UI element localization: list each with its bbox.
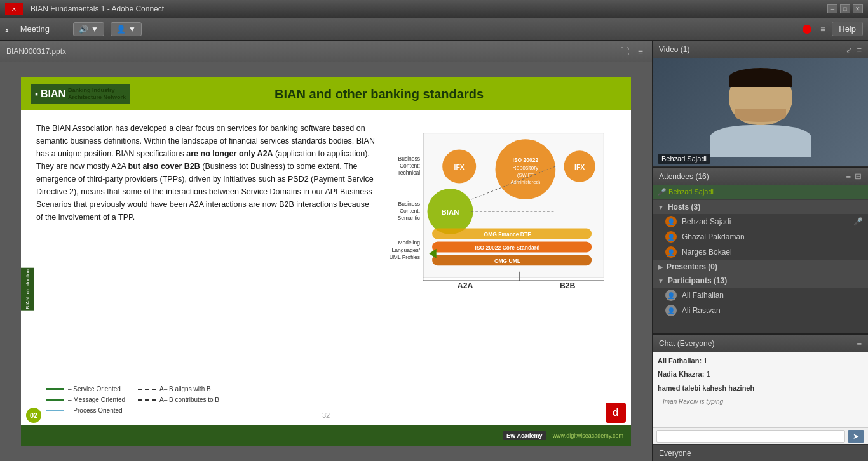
chat-messages: Ali Fathalian: 1 Nadia Khazra: 1 hamed t… bbox=[653, 352, 868, 427]
audio-dropdown-icon[interactable]: ▼ bbox=[91, 25, 98, 34]
adobe-icon: A bbox=[5, 23, 9, 35]
svg-text:ISO 20022 Core Standard: ISO 20022 Core Standard bbox=[475, 244, 540, 251]
side-panel: Video (1) ⤢ ≡ bbox=[652, 41, 868, 461]
video-menu-icon[interactable]: ≡ bbox=[857, 45, 862, 55]
share-dropdown-icon[interactable]: ▼ bbox=[128, 25, 136, 34]
legend-process: – Process Oriented bbox=[46, 407, 125, 414]
legend-left: – Service Oriented – Message Oriented – … bbox=[46, 385, 125, 414]
attendee-name: Ghazal Pakdaman bbox=[682, 232, 863, 241]
legend-right: A– B aligns with B A– B contributes to B bbox=[138, 385, 219, 414]
svg-text:BIAN: BIAN bbox=[442, 208, 459, 216]
chat-section: Chat (Everyone) ≡ Ali Fathalian: 1 Nadia… bbox=[653, 334, 868, 461]
body-bold-1: are no longer only A2A bbox=[186, 149, 273, 158]
video-frame: Behzad Sajadi bbox=[653, 58, 868, 166]
presentation-area: BIAN000317.pptx ⛶ ≡ ▪ BIAN Banking Indus… bbox=[0, 41, 652, 461]
adobe-logo-icon: A bbox=[5, 3, 23, 15]
person-icon: 👤 bbox=[116, 25, 126, 34]
menu-bar: A Meeting 🔊 ▼ 👤 ▼ ≡ Help bbox=[0, 18, 868, 41]
meeting-menu[interactable]: Meeting bbox=[15, 22, 55, 36]
legend-message-text: – Message Oriented bbox=[68, 396, 125, 403]
page-number: 32 bbox=[322, 411, 330, 419]
fullscreen-icon[interactable]: ⛶ bbox=[618, 45, 632, 58]
mic-active-icon: 🎤 bbox=[658, 188, 667, 196]
audio-button[interactable]: 🔊 ▼ bbox=[73, 22, 104, 36]
presenters-group-header[interactable]: ▶ Presenters (0) bbox=[653, 260, 868, 274]
share-button[interactable]: 👤 ▼ bbox=[111, 22, 142, 36]
attendees-toolbar: Attendees (16) ≡ ⊞ bbox=[653, 168, 868, 185]
legend-aligns-text: A– B aligns with B bbox=[159, 385, 211, 392]
svg-text:Business: Business bbox=[398, 156, 421, 162]
svg-text:OMG UML: OMG UML bbox=[494, 258, 520, 264]
svg-text:Technical: Technical bbox=[398, 170, 421, 176]
legend-process-text: – Process Oriented bbox=[68, 407, 123, 414]
hosts-group-label: Hosts (3) bbox=[668, 203, 700, 211]
svg-text:(SWIFT: (SWIFT bbox=[517, 172, 534, 178]
attendees-title: Attendees (16) bbox=[659, 172, 842, 181]
attendee-name: Ali Rastvan bbox=[682, 306, 863, 315]
filename-label: BIAN000317.pptx bbox=[6, 47, 613, 56]
chat-sender-3: hamed talebi kahesh hazineh bbox=[658, 384, 754, 392]
svg-text:A2A: A2A bbox=[458, 281, 473, 290]
speaker-icon: 🔊 bbox=[79, 25, 88, 34]
legend-message: – Message Oriented bbox=[46, 396, 125, 403]
slide-diagram: A2A B2B Business Content: Technical bbox=[387, 122, 616, 325]
legend-aligns: A– B aligns with B bbox=[138, 385, 219, 392]
attendees-list-icon[interactable]: ≡ bbox=[846, 171, 851, 181]
minimize-button[interactable]: ─ bbox=[827, 4, 837, 13]
chat-message-2: Nadia Khazra: 1 bbox=[658, 370, 863, 379]
maximize-button[interactable]: □ bbox=[840, 4, 850, 13]
window-controls[interactable]: ─ □ ✕ bbox=[827, 4, 863, 13]
legend-contributes-text: A– B contributes to B bbox=[159, 396, 219, 403]
help-button[interactable]: Help bbox=[832, 22, 863, 36]
main-content: BIAN000317.pptx ⛶ ≡ ▪ BIAN Banking Indus… bbox=[0, 41, 868, 461]
svg-text:ISO 20022: ISO 20022 bbox=[513, 157, 539, 163]
chat-title: Chat (Everyone) bbox=[659, 339, 853, 348]
attendee-ali-r: 👤 Ali Rastvan bbox=[653, 303, 868, 318]
svg-text:Content:: Content: bbox=[400, 208, 420, 214]
menu-icon[interactable]: ≡ bbox=[635, 45, 646, 58]
attendee-name: Behzad Sajadi bbox=[682, 217, 848, 226]
active-speaker: 🎤 Behzad Sajadi bbox=[653, 185, 868, 199]
slide-header: ▪ BIAN Banking IndustryArchitecture Netw… bbox=[21, 77, 631, 110]
presenters-group-label: Presenters (0) bbox=[667, 262, 717, 271]
legend-service: – Service Oriented bbox=[46, 385, 125, 392]
video-resize-icon[interactable]: ⤢ bbox=[846, 45, 853, 55]
title-bar: A BIAN Fundamentals 1 - Adobe Connect ─ … bbox=[0, 0, 868, 18]
video-title: Video (1) bbox=[659, 45, 842, 54]
shirt bbox=[710, 125, 811, 157]
svg-text:IFX: IFX bbox=[454, 164, 465, 171]
legend-contributes: A– B contributes to B bbox=[138, 396, 219, 403]
svg-text:Semantic: Semantic bbox=[398, 215, 421, 221]
chat-typing-indicator: Iman Rakoiv is typing bbox=[658, 397, 863, 406]
svg-text:Modeling: Modeling bbox=[398, 239, 421, 246]
video-section: Video (1) ⤢ ≡ bbox=[653, 41, 868, 168]
chat-input[interactable] bbox=[656, 430, 845, 443]
slide-text: The BIAN Association has developed a cle… bbox=[36, 122, 377, 325]
chat-text-2: 1 bbox=[706, 370, 710, 378]
presenter-video: Behzad Sajadi bbox=[653, 58, 868, 166]
hosts-group-header[interactable]: ▼ Hosts (3) bbox=[653, 200, 868, 214]
hosts-expand-icon: ▼ bbox=[658, 204, 664, 211]
close-button[interactable]: ✕ bbox=[853, 4, 863, 13]
attendee-avatar: 👤 bbox=[665, 216, 677, 227]
presenter-face-area bbox=[716, 68, 805, 150]
attendee-behzad: 👤 Behzad Sajadi 🎤 bbox=[653, 214, 868, 229]
slide-area: ▪ BIAN Banking IndustryArchitecture Netw… bbox=[0, 62, 652, 461]
slide-title: BIAN and other banking standards bbox=[137, 87, 621, 102]
chat-send-button[interactable]: ➤ bbox=[848, 430, 864, 443]
hair bbox=[729, 68, 792, 87]
participants-group-header[interactable]: ▼ Participants (13) bbox=[653, 274, 868, 288]
attendees-section: Attendees (16) ≡ ⊞ 🎤 Behzad Sajadi ▼ Hos… bbox=[653, 168, 868, 334]
recording-indicator bbox=[803, 25, 811, 34]
diagram-svg: A2A B2B Business Content: Technical bbox=[387, 122, 616, 325]
separator bbox=[64, 22, 64, 36]
attendee-ali-f: 👤 Ali Fathalian bbox=[653, 288, 868, 303]
attendee-avatar: 👤 bbox=[665, 290, 677, 301]
attendees-grid-icon[interactable]: ⊞ bbox=[855, 171, 862, 181]
bian-logo: ▪ BIAN Banking IndustryArchitecture Netw… bbox=[31, 84, 130, 104]
video-toolbar: Video (1) ⤢ ≡ bbox=[653, 41, 868, 58]
presenters-expand-icon: ▶ bbox=[658, 264, 663, 271]
slide-number-badge: 02 bbox=[26, 408, 41, 423]
chat-menu-icon[interactable]: ≡ bbox=[857, 338, 862, 348]
chat-everyone-button[interactable]: Everyone bbox=[659, 449, 691, 458]
